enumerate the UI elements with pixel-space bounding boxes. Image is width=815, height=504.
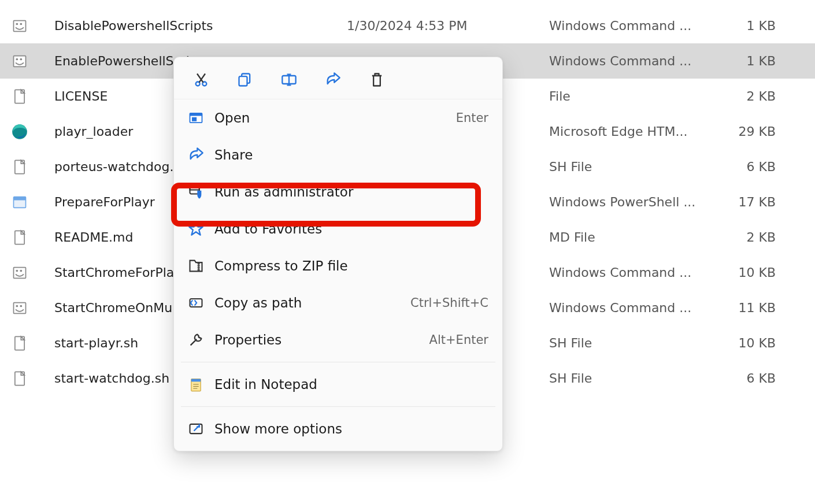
path-icon [188, 295, 211, 311]
shield-icon [188, 184, 211, 200]
file-size: 10 KB [717, 265, 803, 280]
menu-item-accel: Alt+Enter [429, 333, 488, 347]
file-type: SH File [543, 336, 717, 350]
file-type: Windows Command ... [543, 54, 717, 68]
delete-icon[interactable] [368, 71, 386, 88]
share-icon[interactable] [324, 71, 342, 88]
file-size: 2 KB [717, 230, 803, 244]
menu-item-label: Run as administrator [211, 184, 488, 199]
menu-item-label: Edit in Notepad [211, 377, 488, 392]
file-type-icon [12, 88, 52, 105]
star-icon [188, 221, 211, 237]
file-type: Windows Command ... [543, 301, 717, 315]
menu-item-label: Add to Favorites [211, 221, 488, 236]
file-type-icon [12, 265, 52, 281]
file-size: 6 KB [717, 160, 803, 174]
file-type: MD File [543, 230, 717, 244]
file-size: 2 KB [717, 89, 803, 103]
file-type-icon [12, 370, 52, 387]
file-size: 10 KB [717, 336, 803, 350]
file-size: 17 KB [717, 195, 803, 209]
menu-separator [181, 362, 495, 362]
file-size: 1 KB [717, 54, 803, 68]
wrench-icon [188, 332, 211, 348]
copy-icon[interactable] [236, 71, 254, 88]
file-type-icon [12, 159, 52, 175]
file-size: 11 KB [717, 301, 803, 315]
file-type-icon [12, 124, 52, 140]
cut-icon[interactable] [192, 71, 210, 88]
menu-separator [181, 406, 495, 407]
menu-item-show-more[interactable]: Show more options [174, 410, 502, 447]
file-type: Windows Command ... [543, 18, 717, 33]
menu-item-accel: Ctrl+Shift+C [410, 296, 488, 310]
menu-item-label: Compress to ZIP file [211, 258, 488, 273]
folder-zip-icon [188, 258, 211, 274]
file-type-icon [12, 335, 52, 351]
file-date: 1/30/2024 4:53 PM [329, 18, 543, 33]
file-type: SH File [543, 160, 717, 174]
file-type: SH File [543, 371, 717, 386]
file-type-icon [12, 53, 52, 69]
menu-item-properties[interactable]: Properties Alt+Enter [174, 321, 502, 358]
file-type-icon [12, 18, 52, 34]
share-arrow-icon [188, 147, 211, 163]
file-type-icon [12, 300, 52, 316]
file-type: Microsoft Edge HTM... [543, 124, 717, 139]
open-icon [188, 110, 211, 126]
file-size: 6 KB [717, 371, 803, 386]
context-menu-iconbar [174, 57, 502, 99]
context-menu: Open Enter Share Run as administrator Ad… [173, 57, 503, 451]
file-size: 1 KB [717, 18, 803, 33]
file-name: DisablePowershellScripts [52, 18, 329, 33]
menu-item-compress-zip[interactable]: Compress to ZIP file [174, 247, 502, 284]
menu-item-label: Copy as path [211, 295, 410, 310]
menu-item-label: Open [211, 110, 456, 125]
menu-item-accel: Enter [456, 111, 488, 125]
menu-item-label: Show more options [211, 421, 488, 436]
file-type: Windows Command ... [543, 265, 717, 280]
file-type: Windows PowerShell ... [543, 195, 717, 209]
rename-icon[interactable] [280, 71, 298, 88]
menu-item-label: Share [211, 147, 488, 162]
more-options-icon [188, 421, 211, 437]
menu-item-add-favorite[interactable]: Add to Favorites [174, 210, 502, 247]
menu-item-share[interactable]: Share [174, 136, 502, 173]
file-type-icon [12, 229, 52, 246]
menu-item-copy-path[interactable]: Copy as path Ctrl+Shift+C [174, 284, 502, 321]
file-type: File [543, 89, 717, 103]
menu-item-run-as-admin[interactable]: Run as administrator [174, 173, 502, 210]
menu-item-label: Properties [211, 332, 429, 347]
file-type-icon [12, 194, 52, 210]
menu-item-open[interactable]: Open Enter [174, 99, 502, 136]
menu-item-edit-notepad[interactable]: Edit in Notepad [174, 366, 502, 403]
file-size: 29 KB [717, 124, 803, 139]
file-row[interactable]: DisablePowershellScripts 1/30/2024 4:53 … [0, 8, 815, 43]
notepad-icon [188, 376, 211, 392]
